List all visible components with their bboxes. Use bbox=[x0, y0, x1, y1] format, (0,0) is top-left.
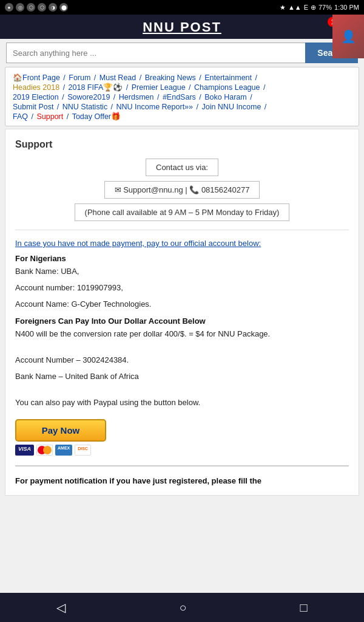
nav-statistic[interactable]: NNU Statistic bbox=[62, 103, 107, 111]
visa-card-icon: VISA bbox=[15, 445, 34, 456]
nav-fifa[interactable]: 2018 FIFA🏆⚽ bbox=[69, 83, 123, 92]
support-heading: Support bbox=[15, 139, 349, 150]
nav-election[interactable]: 2019 Election bbox=[13, 93, 59, 101]
divider-2 bbox=[15, 465, 349, 466]
nav-breakingnews[interactable]: Breaking News bbox=[145, 73, 196, 82]
divider-1 bbox=[15, 230, 349, 230]
amex-icon: AMEX bbox=[55, 445, 72, 456]
site-header: NNU POST 1 👤 bbox=[0, 15, 364, 39]
nav-premier[interactable]: Premier League bbox=[132, 83, 186, 92]
nav-entertainment[interactable]: Entertainment bbox=[204, 73, 252, 82]
paypal-button[interactable]: Pay Now bbox=[15, 419, 106, 442]
status-icons-left: ● ◎ ⬡ ⬡ ◑ ⬤ bbox=[5, 3, 68, 12]
avatar-image: 👤 bbox=[332, 15, 364, 58]
contact-box: Contact us via: ✉ Support@nnu.ng | 📞 081… bbox=[15, 159, 349, 221]
nav-forum[interactable]: Forum bbox=[69, 73, 90, 82]
nav-income-report[interactable]: NNU Income Report»» bbox=[116, 103, 193, 111]
battery-level: 77% bbox=[318, 4, 332, 11]
search-input[interactable] bbox=[6, 43, 305, 63]
mastercard-icon bbox=[36, 445, 53, 456]
paypal-section: Pay Now VISA AMEX DISC bbox=[15, 419, 349, 456]
nav-frontpage[interactable]: 🏠Front Page bbox=[13, 73, 60, 82]
bank-name: Bank Name: UBA, bbox=[15, 265, 349, 278]
status-icon-3: ⬡ bbox=[27, 3, 35, 12]
discover-icon: DISC bbox=[75, 445, 91, 456]
search-bar: Search bbox=[6, 43, 358, 63]
paypal-cards: VISA AMEX DISC bbox=[15, 445, 349, 456]
foreign-account-number: Account Number – 3002424384. bbox=[15, 354, 349, 367]
back-button[interactable]: ◁ bbox=[56, 600, 66, 615]
bottom-nav: ◁ ○ □ bbox=[0, 593, 364, 622]
contact-email: ✉ Support@nnu.ng | 📞 08156240277 bbox=[104, 181, 260, 199]
foreign-bank-name: Bank Name – United Bank of Africa bbox=[15, 371, 349, 383]
footer-notice: For payment notification if you have jus… bbox=[15, 476, 349, 485]
nav-endsars[interactable]: #EndSars bbox=[163, 93, 196, 101]
status-bar: ● ◎ ⬡ ⬡ ◑ ⬤ ★ ▲▲ E ⊕ 77% 1:30 PM bbox=[0, 0, 364, 15]
status-icon-1: ● bbox=[5, 3, 13, 12]
sep: / bbox=[61, 73, 67, 82]
recent-button[interactable]: □ bbox=[300, 601, 307, 615]
nav-sowore[interactable]: Sowore2019 bbox=[67, 93, 110, 101]
signal-icon: ▲▲ bbox=[288, 4, 302, 11]
contact-hours: (Phone call available at 9 AM – 5 PM Mon… bbox=[75, 203, 290, 221]
nav-mustread[interactable]: Must Read bbox=[99, 73, 136, 82]
conversion-rate: N400 will be the conversion rate per dol… bbox=[15, 328, 349, 341]
account-name: Account Name: G-Cyber Technologies. bbox=[15, 298, 349, 311]
network-label: E bbox=[304, 4, 308, 11]
payment-notice-link[interactable]: In case you have not made payment, pay t… bbox=[15, 239, 349, 248]
nav-herdsmen[interactable]: Herdsmen bbox=[119, 93, 154, 101]
nav-headies[interactable]: Headies 2018 bbox=[13, 83, 59, 92]
nav-join[interactable]: Join NNU Income bbox=[201, 103, 261, 111]
nigeria-section-heading: For Nigerians bbox=[15, 254, 349, 263]
nav-submitpost[interactable]: Submit Post bbox=[13, 103, 53, 111]
time-display: 1:30 PM bbox=[334, 4, 359, 11]
status-icons-right: ★ ▲▲ E ⊕ 77% 1:30 PM bbox=[280, 4, 359, 12]
nav-support[interactable]: Support bbox=[36, 112, 63, 121]
status-icon-5: ◑ bbox=[49, 3, 57, 12]
extra-icon: ⊕ bbox=[311, 4, 316, 12]
nav-todayoffer[interactable]: Today Offer🎁 bbox=[72, 112, 121, 121]
avatar: 👤 bbox=[332, 15, 364, 58]
account-number: Account number: 1019907993, bbox=[15, 282, 349, 295]
status-icon-2: ◎ bbox=[16, 3, 24, 12]
home-button[interactable]: ○ bbox=[179, 601, 186, 615]
mc-yellow bbox=[43, 446, 52, 454]
foreign-section-heading: Foreigners Can Pay Into Our Dollar Accou… bbox=[15, 316, 349, 326]
status-icon-6: ⬤ bbox=[59, 3, 68, 12]
star-icon: ★ bbox=[280, 4, 286, 12]
main-content: Support Contact us via: ✉ Support@nnu.ng… bbox=[5, 129, 359, 496]
nav-champions[interactable]: Champions League bbox=[194, 83, 260, 92]
breadcrumb-nav: 🏠Front Page / Forum / Must Read / Breaki… bbox=[5, 67, 359, 126]
paypal-button-label: Pay Now bbox=[26, 425, 95, 436]
status-icon-4: ⬡ bbox=[38, 3, 46, 12]
paypal-note: You can also pay with Paypal using the b… bbox=[15, 397, 349, 409]
nav-faq[interactable]: FAQ bbox=[13, 112, 28, 121]
contact-via-label: Contact us via: bbox=[146, 159, 218, 176]
site-title: NNU POST bbox=[0, 19, 364, 35]
nav-bokoharam[interactable]: Boko Haram bbox=[204, 93, 246, 101]
